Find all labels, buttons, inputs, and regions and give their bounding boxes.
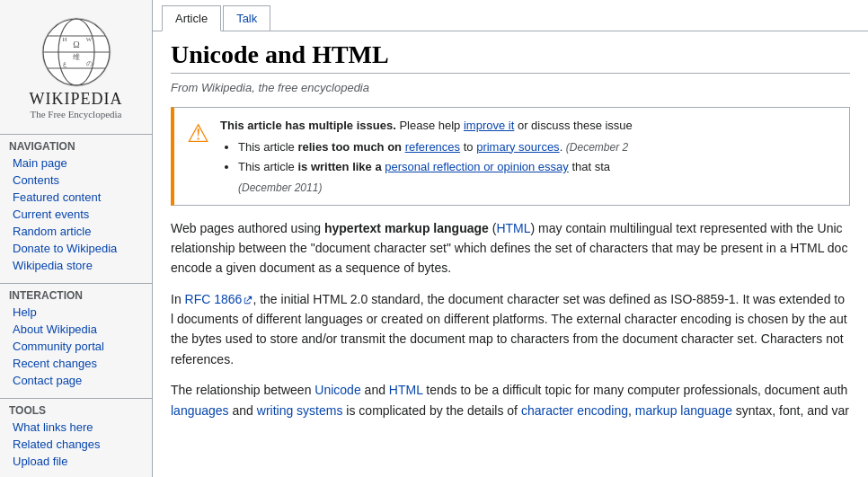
improve-link[interactable]: improve it <box>464 119 514 132</box>
warning-list: This article relies too much on referenc… <box>220 138 633 176</box>
article-content: Unicode and HTML From Wikipedia, the fre… <box>153 31 868 449</box>
sidebar-item-current-events[interactable]: Current events <box>0 206 152 223</box>
tabs-bar: Article Talk <box>153 0 868 31</box>
sidebar-item-donate[interactable]: Donate to Wikipedia <box>0 240 152 257</box>
warning-bold-1: relies too much on <box>297 140 404 154</box>
html-link[interactable]: HTML <box>496 221 530 235</box>
sidebar-item-what-links-here[interactable]: What links here <box>0 419 152 436</box>
article-para-3: The relationship between Unicode and HTM… <box>171 380 850 420</box>
svg-text:の: の <box>85 60 92 67</box>
svg-text:И: И <box>62 36 66 43</box>
primary-sources-link[interactable]: primary sources <box>476 140 559 154</box>
warning-bold-2: is written like a <box>297 160 385 173</box>
sidebar-item-about-wikipedia[interactable]: About Wikipedia <box>0 321 152 338</box>
sidebar-item-recent-changes[interactable]: Recent changes <box>0 355 152 372</box>
sidebar-item-upload-file[interactable]: Upload file <box>0 453 152 470</box>
sidebar-item-community-portal[interactable]: Community portal <box>0 338 152 355</box>
warning-box: ⚠ This article has multiple issues. Plea… <box>171 107 850 206</box>
warning-or-text: or discuss these issue <box>514 119 633 132</box>
interaction-section: Interaction Help About Wikipedia Communi… <box>0 283 152 389</box>
svg-text:Ω: Ω <box>73 40 79 49</box>
warning-title-text: This article has multiple issues. <box>220 119 396 132</box>
tab-talk[interactable]: Talk <box>223 5 270 31</box>
navigation-section: Navigation Main page Contents Featured c… <box>0 134 152 274</box>
html-bold: hypertext markup language <box>324 221 489 235</box>
writing-systems-link[interactable]: writing systems <box>257 403 343 418</box>
unicode-link[interactable]: Unicode <box>314 383 360 397</box>
sidebar-item-help[interactable]: Help <box>0 304 152 321</box>
warning-date-1: (December 2 <box>566 141 628 154</box>
article-title: Unicode and HTML <box>171 40 850 74</box>
article-para-2: In RFC 1866, the initial HTML 2.0 standa… <box>171 289 850 370</box>
warning-content: This article has multiple issues. Please… <box>220 117 633 196</box>
rfc-link[interactable]: RFC 1866 <box>185 292 253 306</box>
logo-area: Ω 维 И W ع の Wikipedia The Free Encyclope… <box>0 7 152 125</box>
sidebar-item-random-article[interactable]: Random article <box>0 223 152 240</box>
sidebar: Ω 维 И W ع の Wikipedia The Free Encyclope… <box>0 0 153 477</box>
sidebar-item-contents[interactable]: Contents <box>0 172 152 189</box>
opinion-essay-link[interactable]: personal reflection or opinion essay <box>385 160 569 173</box>
html-link-2[interactable]: HTML <box>389 383 423 397</box>
article-source: From Wikipedia, the free encyclopedia <box>171 81 850 94</box>
wikipedia-subtitle: The Free Encyclopedia <box>0 109 152 119</box>
references-link[interactable]: references <box>405 140 460 154</box>
markup-lang-link[interactable]: markup language <box>635 403 732 418</box>
tab-article[interactable]: Article <box>162 5 221 31</box>
warning-title: This article has multiple issues. Please… <box>220 119 633 132</box>
article-para-1: Web pages authored using hypertext marku… <box>171 218 850 278</box>
warning-item-2: This article is written like a personal … <box>238 158 633 176</box>
svg-text:W: W <box>85 36 92 43</box>
sidebar-item-related-changes[interactable]: Related changes <box>0 436 152 453</box>
sidebar-item-main-page[interactable]: Main page <box>0 155 152 172</box>
warning-icon: ⚠ <box>187 119 209 148</box>
warning-date-note: (December 2011) <box>220 180 633 196</box>
svg-text:维: 维 <box>73 53 80 61</box>
main-content: Article Talk Unicode and HTML From Wikip… <box>153 0 868 477</box>
tools-section: Tools What links here Related changes Up… <box>0 398 152 470</box>
sidebar-item-featured-content[interactable]: Featured content <box>0 189 152 206</box>
languages-link[interactable]: languages <box>171 403 229 418</box>
navigation-label: Navigation <box>0 134 152 155</box>
wikipedia-logo: Ω 维 И W ع の <box>40 16 112 88</box>
warning-item-1: This article relies too much on referenc… <box>238 138 633 156</box>
wikipedia-title: Wikipedia <box>0 90 152 109</box>
char-encoding-link[interactable]: character encoding <box>521 403 628 418</box>
interaction-label: Interaction <box>0 283 152 304</box>
sidebar-item-contact-page[interactable]: Contact page <box>0 372 152 389</box>
warning-intro: Please help <box>396 119 464 132</box>
tools-label: Tools <box>0 398 152 419</box>
sidebar-item-wikipedia-store[interactable]: Wikipedia store <box>0 257 152 274</box>
